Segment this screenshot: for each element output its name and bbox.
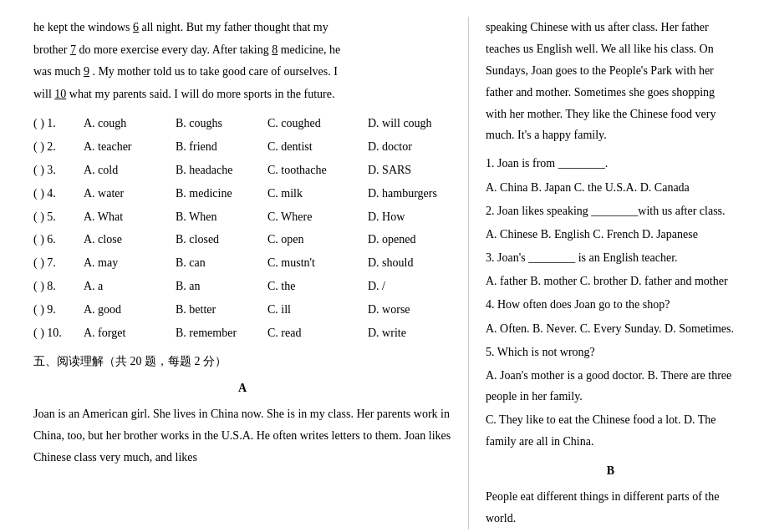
blank-9: 9	[84, 65, 89, 78]
intro-line4a: will	[33, 88, 52, 100]
option-num: ( ) 5.	[33, 207, 84, 227]
option-d: D. How	[368, 207, 451, 227]
option-b: B. better	[176, 300, 267, 320]
option-row: ( ) 7. A. may B. can C. mustn't D. shoul…	[33, 253, 451, 273]
option-d: D. /	[368, 276, 451, 296]
question-text: How often does Joan go to the shop?	[497, 298, 670, 311]
option-d: D. hamburgers	[368, 184, 451, 204]
intro-line1b: all night. But my father thought that my	[141, 21, 328, 33]
q5-option-a: A. Joan's mother is a good doctor. B. Th…	[486, 365, 736, 407]
options-list: ( ) 1. A. cough B. coughs C. coughed D. …	[33, 114, 451, 342]
option-row: ( ) 4. A. water B. medicine C. milk D. h…	[33, 184, 451, 204]
option-num: ( ) 1.	[33, 114, 84, 134]
option-b: B. When	[176, 207, 267, 227]
question-num: 4.	[486, 298, 497, 311]
question-row: 1. Joan is from ________.	[486, 153, 736, 174]
intro-paragraph: he kept the windows 6 all night. But my …	[33, 17, 451, 105]
option-a: A. close	[84, 230, 176, 250]
question-text: Joan is from ________.	[497, 157, 608, 170]
question-options: A. Often. B. Never. C. Every Sunday. D. …	[486, 318, 736, 339]
option-c: C. toothache	[267, 160, 368, 180]
option-d: D. write	[368, 323, 451, 343]
question-text: Joan's ________ is an English teacher.	[497, 251, 678, 264]
question-options: A. Chinese B. English C. French D. Japan…	[486, 224, 736, 245]
option-c: C. coughed	[267, 114, 368, 134]
option-a: A. a	[84, 276, 176, 296]
option-a: A. teacher	[84, 137, 176, 157]
option-a: A. cough	[84, 114, 176, 134]
option-row: ( ) 2. A. teacher B. friend C. dentist D…	[33, 137, 451, 157]
option-row: ( ) 8. A. a B. an C. the D. /	[33, 276, 451, 296]
question-num: 1.	[486, 157, 497, 170]
option-row: ( ) 6. A. close B. closed C. open D. ope…	[33, 230, 451, 250]
question-options: A. China B. Japan C. the U.S.A. D. Canad…	[486, 177, 736, 198]
reading-a-text: Joan is an American girl. She lives in C…	[33, 403, 451, 469]
question-row: 4. How often does Joan go to the shop?	[486, 294, 736, 315]
question-row: 2. Joan likes speaking ________with us a…	[486, 200, 736, 221]
option-c: C. milk	[267, 184, 368, 204]
option-d: D. should	[368, 253, 451, 273]
option-b: B. closed	[176, 230, 267, 250]
questions-block: 1. Joan is from ________.A. China B. Jap…	[486, 153, 736, 451]
option-b: B. an	[176, 276, 267, 296]
option-num: ( ) 6.	[33, 230, 84, 250]
option-a: A. water	[84, 184, 176, 204]
option-d: D. worse	[368, 300, 451, 320]
option-b: B. remember	[176, 323, 267, 343]
intro-line4b: what my parents said. I will do more spo…	[69, 88, 335, 100]
option-c: C. open	[267, 230, 368, 250]
question-options: A. father B. mother C. brother D. father…	[486, 271, 736, 291]
question-num: 2.	[486, 205, 497, 217]
option-a: A. may	[84, 253, 176, 273]
option-a: A. forget	[84, 323, 176, 343]
option-num: ( ) 8.	[33, 276, 84, 296]
intro-line2b: do more exercise every day. After taking	[79, 43, 268, 56]
question-row: 5. Which is not wrong?	[486, 342, 736, 362]
question-text: Joan likes speaking ________with us afte…	[497, 205, 726, 217]
option-b: B. headache	[176, 160, 267, 180]
blank-8: 8	[272, 43, 278, 56]
option-row: ( ) 9. A. good B. better C. ill D. worse	[33, 300, 451, 320]
intro-line2c: medicine, he	[281, 43, 341, 56]
option-a: A. good	[84, 300, 176, 320]
option-c: C. the	[267, 276, 368, 296]
intro-line3b: . My mother told us to take good care of…	[92, 65, 338, 78]
question-num: 3.	[486, 251, 497, 264]
option-b: B. friend	[176, 137, 267, 157]
option-num: ( ) 2.	[33, 137, 84, 157]
intro-line1: he kept the windows	[33, 21, 130, 33]
option-row: ( ) 10. A. forget B. remember C. read D.…	[33, 323, 451, 343]
reading-b-text: People eat different things in different…	[486, 486, 736, 529]
blank-7: 7	[70, 43, 76, 56]
option-b: B. can	[176, 253, 267, 273]
q5-option-c: C. They like to eat the Chinese food a l…	[486, 409, 736, 451]
option-b: B. coughs	[176, 114, 267, 134]
option-num: ( ) 4.	[33, 184, 84, 204]
question-num: 5.	[486, 346, 497, 358]
option-num: ( ) 9.	[33, 300, 84, 320]
question-row: 3. Joan's ________ is an English teacher…	[486, 247, 736, 268]
option-num: ( ) 10.	[33, 323, 84, 343]
reading-a-title: A	[33, 377, 451, 398]
option-a: A. What	[84, 207, 176, 227]
option-row: ( ) 1. A. cough B. coughs C. coughed D. …	[33, 114, 451, 134]
option-d: D. will cough	[368, 114, 451, 134]
option-c: C. mustn't	[267, 253, 368, 273]
option-row: ( ) 5. A. What B. When C. Where D. How	[33, 207, 451, 227]
option-b: B. medicine	[176, 184, 267, 204]
option-c: C. dentist	[267, 137, 368, 157]
reading-a-text-right: speaking Chinese with us after class. He…	[486, 17, 736, 146]
reading-b-title: B	[486, 460, 736, 481]
section-title: 五、阅读理解（共 20 题，每题 2 分）	[33, 351, 451, 372]
option-num: ( ) 7.	[33, 253, 84, 273]
option-c: C. ill	[267, 300, 368, 320]
option-a: A. cold	[84, 160, 176, 180]
option-d: D. opened	[368, 230, 451, 250]
option-d: D. SARS	[368, 160, 451, 180]
question-text: Which is not wrong?	[497, 346, 595, 358]
option-num: ( ) 3.	[33, 160, 84, 180]
option-d: D. doctor	[368, 137, 451, 157]
option-c: C. Where	[267, 207, 368, 227]
option-c: C. read	[267, 323, 368, 343]
blank-6: 6	[133, 21, 139, 33]
